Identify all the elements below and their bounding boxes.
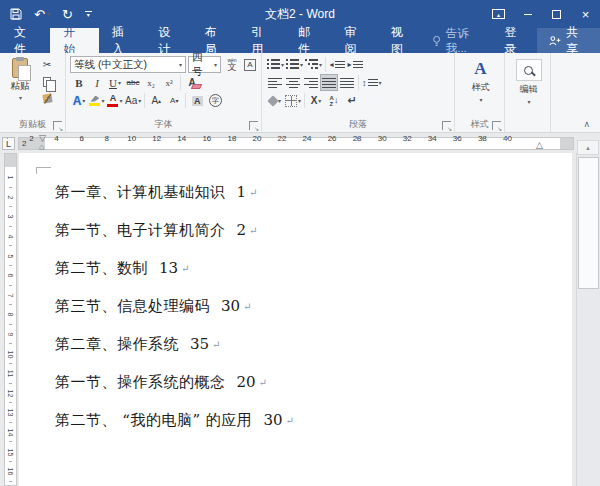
toc-line[interactable]: 第二节、数制 13 ↵ — [55, 249, 562, 287]
font-dialog-launcher[interactable]: ↘ — [249, 121, 258, 130]
strikethrough-button[interactable]: abc — [124, 74, 142, 91]
clipboard-group: 粘贴 ▾ ✂ 剪贴板 ↘ — [0, 53, 66, 132]
vertical-ruler[interactable]: 12345678910111213141516 — [4, 153, 17, 486]
align-right-button[interactable] — [302, 74, 320, 91]
ruler-number: 34 — [420, 133, 445, 153]
sort-button[interactable]: AZ↓ — [325, 92, 343, 109]
grow-font-button[interactable]: A▴ — [147, 92, 165, 109]
tell-me-button[interactable]: 告诉我... — [424, 28, 494, 53]
enclose-characters-button[interactable]: 字 — [206, 92, 224, 109]
vertical-ruler-number: 14 — [7, 429, 14, 437]
eraser-icon — [191, 84, 202, 89]
bold-button[interactable]: B — [70, 74, 88, 91]
align-left-button[interactable] — [266, 74, 284, 91]
shading-button[interactable]: ▾ — [266, 92, 284, 109]
numbering-button[interactable]: ▾ — [285, 56, 304, 73]
ribbon-tab-bar: 文件 开始 插入设计布局引用邮件审阅视图 告诉我... 登录 共享 — [0, 28, 600, 53]
increase-indent-button[interactable]: ▸ — [346, 56, 364, 73]
font-name-combobox[interactable]: 等线 (中文正文)▾ — [70, 56, 186, 73]
scrollbar-thumb[interactable] — [578, 157, 599, 289]
editing-button[interactable]: 编辑 ▾ — [509, 56, 548, 105]
ribbon-tab[interactable]: 引用 — [238, 28, 285, 53]
document-page[interactable]: 第一章、计算机基础知识 1 ↵ 第一节、电子计算机简介 2 ↵ 第二节、数制 1… — [19, 153, 572, 486]
toc-page-number: 35 — [190, 335, 209, 353]
italic-button[interactable]: I — [88, 74, 106, 91]
toc-line[interactable]: 第二章、操作系统 35 ↵ — [55, 325, 562, 363]
highlight-color-button[interactable]: ▾ — [88, 92, 106, 109]
subscript-button[interactable]: x₂ — [142, 74, 160, 91]
toc-line[interactable]: 第二节、 “我的电脑” 的应用 30 ↵ — [55, 401, 562, 439]
change-case-button[interactable]: Aa▾ — [124, 92, 142, 109]
quick-access-toolbar: ↶▾ ↻ ▾ — [10, 8, 92, 21]
format-painter-button[interactable] — [38, 90, 56, 107]
undo-button[interactable]: ↶▾ — [34, 8, 50, 21]
vertical-ruler-number: 16 — [7, 468, 14, 476]
distribute-button[interactable] — [338, 74, 356, 91]
toc-line[interactable]: 第一章、计算机基础知识 1 ↵ — [55, 173, 562, 211]
vertical-ruler-number: 8 — [7, 313, 14, 317]
vertical-ruler-number: 5 — [7, 254, 14, 258]
styles-dialog-launcher[interactable]: ↘ — [492, 121, 501, 130]
borders-button[interactable]: ▾ — [284, 92, 302, 109]
ruler-number: 6 — [69, 133, 94, 153]
align-center-button[interactable] — [284, 74, 302, 91]
ribbon-tab[interactable]: 布局 — [192, 28, 239, 53]
toc-line[interactable]: 第三节、信息处理编码 30 ↵ — [55, 287, 562, 325]
bullets-button[interactable]: ▾ — [266, 56, 285, 73]
ribbon-tab[interactable]: 插入 — [99, 28, 146, 53]
copy-button[interactable] — [38, 73, 56, 90]
superscript-button[interactable]: x² — [160, 74, 178, 91]
line-spacing-button[interactable]: ↕▾ — [361, 74, 383, 91]
vertical-ruler-number: 1 — [7, 176, 14, 180]
clear-formatting-button[interactable]: A — [183, 74, 201, 91]
font-size-combobox[interactable]: 四号▾ — [188, 56, 221, 73]
tab-home-active[interactable]: 开始 — [50, 28, 98, 53]
font-color-button[interactable]: A▾ — [106, 92, 124, 109]
paragraph-mark-icon: ↵ — [212, 339, 220, 350]
right-indent-marker[interactable]: △ — [536, 141, 543, 150]
character-shading-button[interactable]: A — [188, 92, 206, 109]
scroll-up-button[interactable]: ▲ — [577, 140, 599, 155]
shrink-font-button[interactable]: A▾ — [165, 92, 183, 109]
redo-button[interactable]: ↻ — [62, 8, 73, 21]
paragraph-mark-icon: ↵ — [285, 415, 293, 426]
styles-button[interactable]: A 样式 ▾ — [459, 56, 502, 103]
tab-file[interactable]: 文件 — [0, 28, 50, 53]
ribbon-tab[interactable]: 审阅 — [331, 28, 378, 53]
underline-button[interactable]: U▾ — [106, 74, 124, 91]
distribute-icon — [340, 78, 354, 88]
vertical-ruler-number: 4 — [7, 235, 14, 239]
cut-button[interactable]: ✂ — [38, 56, 56, 73]
phonetic-guide-button[interactable]: wén文 — [223, 56, 241, 73]
paragraph-mark-icon: ↵ — [249, 225, 257, 236]
justify-button[interactable] — [320, 74, 338, 91]
ribbon-tab[interactable]: 设计 — [145, 28, 192, 53]
customize-qat-button[interactable]: ▾ — [85, 11, 92, 17]
hanging-indent-marker[interactable]: ⌂ — [39, 143, 44, 152]
ribbon-tab[interactable]: 邮件 — [285, 28, 332, 53]
multilevel-list-icon — [305, 59, 318, 71]
toc-entry-text: 第一节、电子计算机简介 — [55, 221, 226, 240]
share-button[interactable]: 共享 — [537, 28, 600, 53]
multilevel-list-button[interactable]: ▾ — [304, 56, 323, 73]
ribbon-tab[interactable]: 视图 — [378, 28, 425, 53]
sign-in-button[interactable]: 登录 — [495, 28, 537, 53]
decrease-indent-button[interactable]: ◂ — [328, 56, 346, 73]
tab-list: 插入设计布局引用邮件审阅视图 — [99, 28, 425, 53]
character-border-button[interactable]: A — [241, 56, 259, 73]
paste-button[interactable]: 粘贴 ▾ — [4, 56, 36, 107]
asian-layout-icon: X — [311, 95, 318, 106]
toc-entry-text: 第二节、 “我的电脑” 的应用 — [55, 411, 252, 430]
asian-layout-button[interactable]: X▾ — [307, 92, 325, 109]
show-hide-marks-button[interactable]: ↵ — [343, 92, 361, 109]
text-effects-button[interactable]: A▾ — [70, 92, 88, 109]
toc-line[interactable]: 第一节、电子计算机简介 2 ↵ — [55, 211, 562, 249]
clipboard-dialog-launcher[interactable]: ↘ — [53, 121, 62, 130]
toc-page-number: 20 — [237, 373, 256, 391]
save-button[interactable] — [10, 8, 22, 20]
toc-line[interactable]: 第一节、操作系统的概念 20 ↵ — [55, 363, 562, 401]
paragraph-dialog-launcher[interactable]: ↘ — [442, 121, 451, 130]
collapse-ribbon-button[interactable]: ∧ — [583, 119, 590, 129]
vertical-scrollbar[interactable]: ▲ — [576, 153, 600, 486]
ruler-number: 40 — [495, 133, 520, 153]
